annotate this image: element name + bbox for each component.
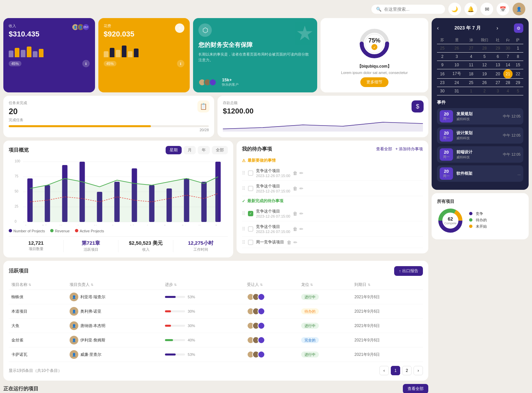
cal-cell[interactable]: 1 — [513, 44, 523, 53]
expense-add-button[interactable]: + — [175, 23, 184, 33]
cal-cell[interactable]: 10 — [448, 61, 466, 69]
todo-edit-1[interactable]: ✏ — [299, 170, 303, 176]
next-page-btn[interactable]: › — [414, 366, 423, 375]
cal-cell[interactable]: 6 — [493, 53, 503, 61]
todo-checkbox-1[interactable] — [248, 170, 253, 176]
tab-all[interactable]: 全部 — [212, 146, 228, 154]
todo-item-1-actions[interactable]: 🗑 ✏ — [293, 170, 303, 176]
cal-cell[interactable]: 3 — [493, 87, 503, 95]
todo-checkbox-4[interactable] — [248, 226, 253, 232]
cal-cell[interactable]: 23 — [437, 79, 448, 87]
mail-button[interactable]: ✉ — [480, 3, 493, 15]
page-buttons[interactable]: ‹ 1 2 › — [379, 366, 423, 375]
cal-cell[interactable]: 4 — [503, 87, 513, 95]
cal-cell[interactable]: 11 — [466, 61, 476, 69]
income-info-icon[interactable]: ℹ — [82, 60, 90, 67]
page-2-btn[interactable]: 2 — [402, 366, 412, 375]
event-item-3[interactable]: 20 周一 软件框架 ... — [437, 165, 523, 182]
expense-info-icon[interactable]: ℹ — [177, 60, 184, 67]
cal-cell[interactable]: 24 — [448, 79, 466, 87]
cal-cell[interactable]: 9 — [437, 61, 448, 69]
cal-cell[interactable]: 30 — [503, 44, 513, 53]
cal-cell[interactable]: 1 — [466, 87, 476, 95]
cal-cell[interactable]: 20 — [493, 69, 503, 79]
todo-edit-5[interactable]: ✏ — [293, 240, 297, 245]
cal-cell[interactable]: 7 — [503, 53, 513, 61]
todo-item-5-actions[interactable]: 🗑 ✏ — [287, 240, 297, 245]
cal-cell[interactable]: 27 — [466, 44, 476, 53]
cal-cell[interactable]: 16 — [437, 69, 448, 79]
todo-view-all[interactable]: 查看全部 — [376, 146, 392, 152]
running-view-all-btn[interactable]: 查看全部 — [403, 384, 428, 393]
cal-cell[interactable]: 4 — [466, 53, 476, 61]
todo-checkbox-2[interactable] — [248, 186, 253, 191]
drag-handle-4[interactable]: ⠿ — [242, 226, 245, 232]
donut-more-btn[interactable]: 更多细节 — [360, 77, 388, 87]
cal-cell[interactable]: 28 — [503, 79, 513, 87]
cal-cell[interactable]: 25 — [437, 44, 448, 53]
cal-cell[interactable]: 3 — [448, 53, 466, 61]
cal-cell[interactable]: 22 — [513, 69, 523, 79]
cal-cell[interactable]: 14 — [503, 61, 513, 69]
sort-manager[interactable]: ⇅ — [91, 283, 93, 287]
cal-cell[interactable]: 29 — [513, 79, 523, 87]
cal-cell[interactable]: 5 — [476, 53, 493, 61]
cal-cell[interactable]: 18 — [466, 69, 476, 79]
calendar-button[interactable]: 📅 — [497, 3, 509, 15]
notification-button[interactable]: 🔔 — [464, 3, 477, 15]
drag-handle-1[interactable]: ⠿ — [242, 170, 245, 176]
search-input[interactable] — [384, 7, 440, 12]
todo-add[interactable]: + 添加待办事项 — [395, 146, 423, 152]
prev-page-btn[interactable]: ‹ — [379, 366, 389, 375]
cal-cell[interactable]: 28 — [476, 44, 493, 53]
cal-cell[interactable]: 17号 — [448, 69, 466, 79]
event-item-0[interactable]: 20 周一 发展规划 威特科技 中午 12:05 — [437, 108, 523, 125]
page-1-btn[interactable]: 1 — [391, 366, 400, 375]
todo-item-2-actions[interactable]: 🗑 ✏ — [293, 186, 303, 191]
sort-assignee[interactable]: ⇅ — [260, 283, 263, 287]
todo-delete-1[interactable]: 🗑 — [293, 170, 297, 176]
todo-edit-3[interactable]: ✏ — [299, 211, 303, 216]
export-btn[interactable]: ↑ 出口报告 — [394, 266, 423, 276]
sort-position[interactable]: ⇅ — [310, 283, 313, 287]
cal-cell[interactable]: 5 — [513, 87, 523, 95]
cal-cell[interactable]: 25 — [466, 79, 476, 87]
cal-cell[interactable]: 15 — [513, 61, 523, 69]
cal-cell[interactable]: 8 — [513, 53, 523, 61]
user-avatar[interactable]: 👤 — [513, 3, 525, 15]
cal-cell[interactable]: 26 — [476, 79, 493, 87]
drag-handle-2[interactable]: ⠿ — [242, 186, 245, 191]
cal-cell[interactable]: 21 — [503, 69, 513, 79]
cal-prev-btn[interactable]: ‹ — [437, 25, 439, 31]
todo-delete-3[interactable]: 🗑 — [293, 211, 297, 216]
todo-delete-2[interactable]: 🗑 — [293, 186, 297, 191]
tab-year[interactable]: 年 — [198, 146, 210, 154]
cal-cell[interactable]: 19 — [476, 69, 493, 79]
todo-checkbox-3[interactable]: ✓ — [248, 211, 253, 216]
cal-cell[interactable]: 29 — [493, 44, 503, 53]
drag-handle-5[interactable]: ⠿ — [242, 240, 245, 245]
tab-month[interactable]: 月 — [184, 146, 196, 154]
todo-delete-5[interactable]: 🗑 — [287, 240, 291, 245]
todo-actions[interactable]: 查看全部 + 添加待办事项 — [376, 146, 423, 152]
cal-cell[interactable]: 30 — [437, 87, 448, 95]
todo-delete-4[interactable]: 🗑 — [293, 226, 297, 232]
event-item-1[interactable]: 20 周一 设计策划 威特科技 中午 12:05 — [437, 127, 523, 144]
cal-cell[interactable]: 12 — [476, 61, 493, 69]
todo-item-4-actions[interactable]: 🗑 ✏ — [293, 226, 303, 232]
cal-settings-btn[interactable]: ⚙ — [514, 23, 523, 33]
event-item-2[interactable]: 20 周一 前端设计 威特科技 中午 12:05 — [437, 146, 523, 163]
cal-next-btn[interactable]: › — [497, 25, 498, 31]
search-box[interactable]: 🔍 — [371, 5, 445, 14]
cal-cell[interactable]: 27 — [493, 79, 503, 87]
drag-handle-3[interactable]: ⠿ — [242, 211, 245, 216]
cal-cell[interactable]: 31 — [448, 87, 466, 95]
cal-cell[interactable]: 2 — [437, 53, 448, 61]
todo-edit-4[interactable]: ✏ — [299, 226, 303, 232]
tab-week[interactable]: 星期 — [166, 146, 182, 154]
todo-checkbox-5[interactable] — [248, 240, 253, 245]
theme-toggle[interactable]: 🌙 — [448, 3, 461, 15]
todo-item-3-actions[interactable]: 🗑 ✏ — [293, 211, 303, 216]
todo-edit-2[interactable]: ✏ — [299, 186, 303, 191]
chart-tabs[interactable]: 星期 月 年 全部 — [166, 146, 228, 154]
